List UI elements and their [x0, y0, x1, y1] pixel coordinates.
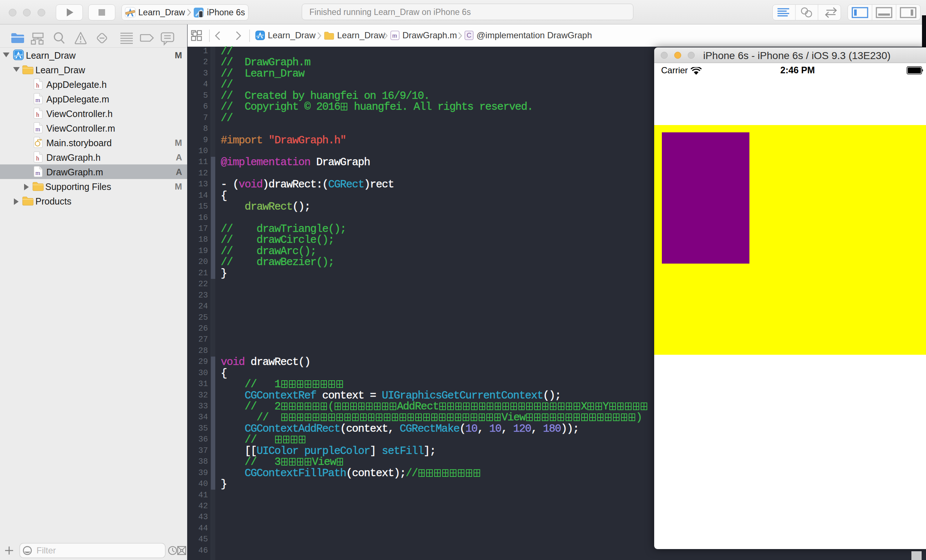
svg-text:iPhone 6s: iPhone 6s [207, 8, 245, 17]
svg-text:m: m [392, 32, 397, 39]
svg-text:C: C [467, 32, 471, 39]
svg-text:m: m [35, 97, 40, 104]
svg-text:Learn_Draw: Learn_Draw [138, 8, 185, 17]
svg-text:Filter: Filter [36, 545, 56, 555]
svg-text:h: h [36, 111, 39, 118]
svg-text:m: m [35, 169, 40, 177]
svg-text:m: m [35, 126, 40, 133]
svg-text:h: h [36, 155, 39, 162]
svg-text:h: h [36, 82, 39, 89]
